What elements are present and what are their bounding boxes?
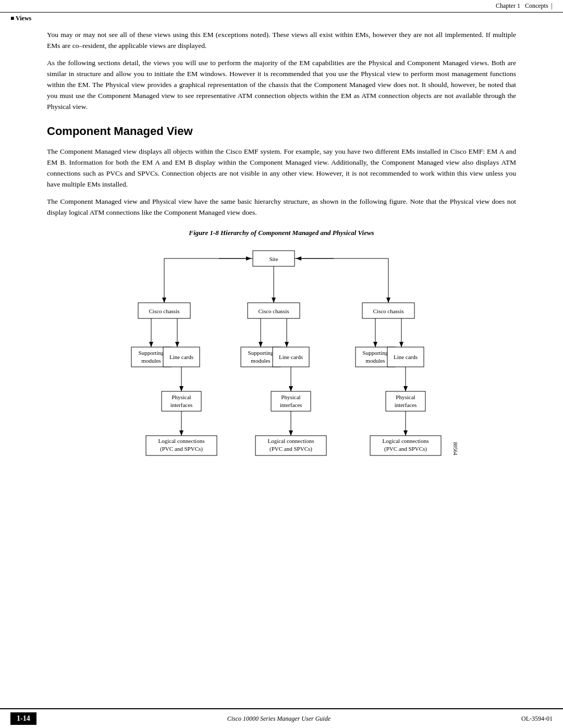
svg-marker-3 xyxy=(162,298,166,303)
paragraph-2: As the following sections detail, the vi… xyxy=(47,58,516,113)
linecards3-label: Line cards xyxy=(394,354,418,360)
header: Chapter 1 Concepts | xyxy=(0,0,563,13)
svg-marker-48 xyxy=(403,430,408,436)
linecards1-label: Line cards xyxy=(169,354,193,360)
physical1-line1: Physical xyxy=(172,394,191,400)
svg-marker-46 xyxy=(289,430,293,436)
hierarchy-diagram: Site Cisco chassis C xyxy=(94,245,469,485)
svg-marker-44 xyxy=(179,430,183,436)
header-subsection: Concepts xyxy=(525,2,548,10)
physical2-line2: interfaces xyxy=(280,402,302,408)
logical1-line2: (PVC and SPVCs) xyxy=(160,446,203,452)
svg-marker-27 xyxy=(399,342,403,347)
logical2-line2: (PVC and SPVCs) xyxy=(270,446,312,452)
physical3-line1: Physical xyxy=(396,394,415,400)
svg-marker-37 xyxy=(289,386,293,391)
svg-marker-21 xyxy=(259,342,263,347)
svg-marker-10 xyxy=(246,256,251,261)
svg-marker-39 xyxy=(403,386,408,391)
section-heading: Component Managed View xyxy=(47,125,516,138)
svg-marker-12 xyxy=(296,256,301,261)
paragraph-3: The Component Managed view displays all … xyxy=(47,146,516,190)
supporting1-line1: Supporting xyxy=(139,350,164,356)
diagram-container: Site Cisco chassis C xyxy=(47,245,516,485)
paragraph-4: The Component Managed view and Physical … xyxy=(47,196,516,218)
footer-title: Cisco 10000 Series Manager User Guide xyxy=(227,715,331,723)
svg-marker-23 xyxy=(285,342,289,347)
footer-ref: OL-3594-01 xyxy=(521,715,553,723)
svg-marker-19 xyxy=(175,342,179,347)
physical2-line1: Physical xyxy=(281,394,300,400)
svg-marker-25 xyxy=(373,342,377,347)
main-content: You may or may not see all of these view… xyxy=(0,24,563,506)
supporting3-line2: modules xyxy=(365,357,385,364)
chassis2-label: Cisco chassis xyxy=(259,308,289,314)
logical2-line1: Logical connections xyxy=(268,438,314,444)
footer: 1-14 Cisco 10000 Series Manager User Gui… xyxy=(0,708,563,728)
logical3-line1: Logical connections xyxy=(383,438,429,444)
svg-marker-5 xyxy=(272,298,276,303)
header-chapter: Chapter 1 xyxy=(496,2,520,10)
linecards2-label: Line cards xyxy=(279,354,303,360)
logical3-line2: (PVC and SPVCs) xyxy=(384,446,427,452)
physical1-line2: interfaces xyxy=(170,402,193,408)
svg-marker-8 xyxy=(386,298,390,303)
supporting1-line2: modules xyxy=(141,357,161,364)
supporting2-line2: modules xyxy=(251,357,270,364)
page-number: 1-14 xyxy=(10,712,36,725)
chassis3-label: Cisco chassis xyxy=(373,308,404,314)
site-label: Site xyxy=(269,256,278,262)
diagram-id: 80564 xyxy=(452,442,458,455)
physical3-line2: interfaces xyxy=(395,402,417,408)
views-label: Views xyxy=(0,13,563,24)
svg-marker-17 xyxy=(149,342,153,347)
supporting2-line1: Supporting xyxy=(248,350,274,356)
chassis1-label: Cisco chassis xyxy=(149,308,180,314)
figure-caption: Figure 1-8 Hierarchy of Component Manage… xyxy=(47,229,516,237)
logical1-line1: Logical connections xyxy=(158,438,205,444)
paragraph-1: You may or may not see all of these view… xyxy=(47,30,516,52)
supporting3-line1: Supporting xyxy=(363,350,388,356)
svg-marker-35 xyxy=(179,386,183,391)
